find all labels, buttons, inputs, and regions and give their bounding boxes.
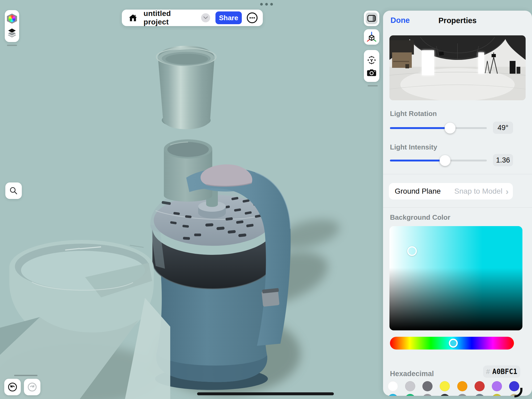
redo-button[interactable] xyxy=(24,379,40,395)
color-swatch[interactable] xyxy=(440,394,450,396)
background-color-label: Background Color xyxy=(390,213,450,222)
slider-fill xyxy=(390,127,450,129)
project-titlebar: untitled project Share xyxy=(122,10,263,26)
color-swatch[interactable] xyxy=(405,394,415,396)
hex-value-field[interactable]: # A0BFC1 xyxy=(483,365,520,378)
swatch-row-1 xyxy=(388,381,519,391)
camera-tool-pill xyxy=(364,50,379,82)
color-swatch[interactable] xyxy=(440,381,450,391)
panel-toggle-icon xyxy=(367,15,376,22)
hexadecimal-label: Hexadecimal xyxy=(390,370,434,378)
sv-cursor[interactable] xyxy=(407,246,417,256)
redo-icon xyxy=(27,382,37,392)
hue-slider[interactable] xyxy=(390,337,514,350)
right-pill-handle[interactable] xyxy=(368,85,378,86)
ground-plane-value: Snap to Model xyxy=(454,187,502,196)
light-rotation-slider[interactable] xyxy=(390,122,487,134)
properties-panel: Done Properties xyxy=(383,11,532,396)
undo-button[interactable] xyxy=(4,379,21,395)
color-swatch[interactable] xyxy=(457,381,467,391)
color-swatch[interactable] xyxy=(475,381,485,391)
color-swatch[interactable] xyxy=(492,394,502,396)
color-swatch[interactable] xyxy=(475,394,485,396)
slider-thumb[interactable] xyxy=(440,155,451,166)
material-icon[interactable] xyxy=(7,14,17,24)
ground-plane-row[interactable]: Ground Plane Snap to Model › xyxy=(389,183,513,200)
chevron-right-icon: › xyxy=(506,187,509,196)
orientation-cube-button[interactable] xyxy=(364,29,379,45)
undo-pill-handle[interactable] xyxy=(14,375,38,376)
search-button[interactable] xyxy=(5,182,22,199)
more-ellipsis-icon xyxy=(246,12,258,24)
slider-thumb[interactable] xyxy=(444,123,455,134)
share-button[interactable]: Share xyxy=(215,11,242,24)
home-indicator[interactable] xyxy=(197,392,334,395)
project-title[interactable]: untitled project xyxy=(144,9,198,26)
saturation-value-picker[interactable] xyxy=(389,226,522,330)
move-3d-icon[interactable] xyxy=(367,55,376,65)
environment-preview[interactable] xyxy=(389,35,526,100)
hex-value: A0BFC1 xyxy=(492,368,517,376)
chevron-down-icon xyxy=(203,16,208,19)
pusher-cylinder[interactable] xyxy=(156,46,216,129)
color-swatch[interactable] xyxy=(492,381,502,391)
light-rotation-label: Light Rotation xyxy=(390,110,437,118)
selected-state xyxy=(366,13,377,24)
render-panel-toggle-button[interactable] xyxy=(364,11,379,26)
light-intensity-value: 1.36 xyxy=(493,154,513,166)
light-rotation-value: 49° xyxy=(493,122,513,134)
hash-prefix: # xyxy=(486,368,490,376)
multitask-indicator[interactable] xyxy=(260,3,273,6)
color-swatch[interactable] xyxy=(422,394,433,396)
search-icon xyxy=(9,186,18,195)
divider xyxy=(383,174,532,174)
ground-plane-label: Ground Plane xyxy=(395,187,441,196)
panel-header: Done Properties xyxy=(383,11,532,30)
home-icon[interactable] xyxy=(129,14,137,22)
light-intensity-label: Light Intensity xyxy=(390,143,437,151)
color-swatch[interactable] xyxy=(388,394,398,396)
layers-icon[interactable] xyxy=(7,28,17,39)
hue-thumb[interactable] xyxy=(449,339,458,348)
axes-cube-icon xyxy=(367,32,377,42)
panel-title: Properties xyxy=(383,16,532,25)
left-pill-handle[interactable] xyxy=(7,45,17,46)
project-menu-button[interactable] xyxy=(201,13,210,22)
light-intensity-slider[interactable] xyxy=(390,155,487,166)
undo-icon xyxy=(8,382,17,392)
slider-fill xyxy=(390,160,445,161)
camera-icon[interactable] xyxy=(367,69,377,77)
left-tool-pill xyxy=(5,10,19,42)
color-swatch[interactable] xyxy=(422,381,433,391)
hdri-studio-panorama xyxy=(389,35,526,100)
color-swatch[interactable] xyxy=(405,381,415,391)
divider xyxy=(383,207,532,208)
color-swatch[interactable] xyxy=(388,381,398,391)
more-options-button[interactable] xyxy=(246,11,259,25)
swatch-row-2 xyxy=(388,394,519,396)
color-swatch[interactable] xyxy=(457,394,467,396)
